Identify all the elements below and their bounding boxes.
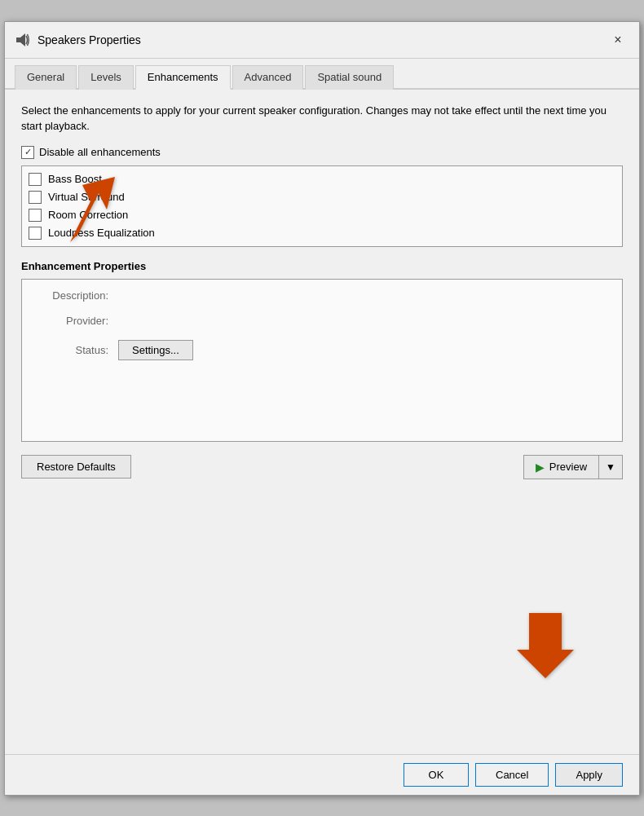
close-button[interactable]: × bbox=[607, 29, 629, 51]
loudness-eq-checkbox[interactable] bbox=[29, 227, 42, 240]
properties-box: Description: Provider: Status: Settings.… bbox=[21, 279, 623, 442]
description-text: Select the enhancements to apply for you… bbox=[21, 103, 623, 135]
room-correction-label: Room Correction bbox=[48, 209, 128, 221]
svg-marker-4 bbox=[20, 33, 25, 46]
tab-advanced[interactable]: Advanced bbox=[232, 65, 304, 90]
title-bar: Speakers Properties × bbox=[5, 22, 639, 59]
description-row: Description: bbox=[35, 289, 609, 302]
dialog-footer: OK Cancel Apply bbox=[5, 754, 639, 795]
virtual-surround-label: Virtual Surround bbox=[48, 191, 125, 203]
settings-button[interactable]: Settings... bbox=[118, 340, 193, 360]
disable-all-checkbox[interactable] bbox=[21, 146, 34, 159]
apply-button[interactable]: Apply bbox=[555, 763, 623, 787]
window-title: Speakers Properties bbox=[37, 33, 141, 46]
play-icon: ▶ bbox=[536, 461, 545, 474]
svg-rect-3 bbox=[16, 37, 20, 42]
tab-bar: General Levels Enhancements Advanced Spa… bbox=[5, 59, 639, 90]
preview-button[interactable]: ▶ Preview bbox=[523, 455, 598, 479]
preview-dropdown-button[interactable]: ▼ bbox=[598, 455, 623, 479]
restore-defaults-button[interactable]: Restore Defaults bbox=[21, 455, 131, 479]
properties-title: Enhancement Properties bbox=[21, 260, 623, 272]
cancel-button[interactable]: Cancel bbox=[475, 763, 549, 787]
status-row: Status: Settings... bbox=[35, 340, 609, 360]
list-item: Room Correction bbox=[29, 209, 615, 222]
provider-label: Provider: bbox=[35, 315, 108, 327]
enhancement-list: Bass Boost Virtual Surround Room Correct… bbox=[21, 165, 623, 247]
list-item: Bass Boost bbox=[29, 173, 615, 186]
description-label: Description: bbox=[35, 289, 108, 302]
tab-levels[interactable]: Levels bbox=[78, 65, 134, 90]
properties-section: Enhancement Properties Description: Prov… bbox=[21, 260, 623, 442]
virtual-surround-checkbox[interactable] bbox=[29, 191, 42, 204]
disable-all-label: Disable all enhancements bbox=[39, 146, 161, 158]
bass-boost-checkbox[interactable] bbox=[29, 173, 42, 186]
disable-all-row: Disable all enhancements bbox=[21, 146, 623, 159]
bottom-row: Restore Defaults ▶ Preview ▼ bbox=[21, 455, 623, 479]
tab-general[interactable]: General bbox=[15, 65, 77, 90]
tab-spatial-sound[interactable]: Spatial sound bbox=[305, 65, 394, 90]
provider-row: Provider: bbox=[35, 315, 609, 327]
room-correction-checkbox[interactable] bbox=[29, 209, 42, 222]
bass-boost-label: Bass Boost bbox=[48, 173, 102, 185]
preview-label: Preview bbox=[549, 461, 587, 473]
preview-group: ▶ Preview ▼ bbox=[523, 455, 623, 479]
content-area: Select the enhancements to apply for you… bbox=[5, 90, 639, 754]
list-item: Virtual Surround bbox=[29, 191, 615, 204]
loudness-eq-label: Loudness Equalization bbox=[48, 227, 155, 239]
speaker-icon bbox=[15, 32, 31, 48]
list-item: Loudness Equalization bbox=[29, 227, 615, 240]
tab-enhancements[interactable]: Enhancements bbox=[135, 65, 231, 90]
status-label: Status: bbox=[35, 344, 108, 356]
ok-button[interactable]: OK bbox=[404, 763, 469, 787]
